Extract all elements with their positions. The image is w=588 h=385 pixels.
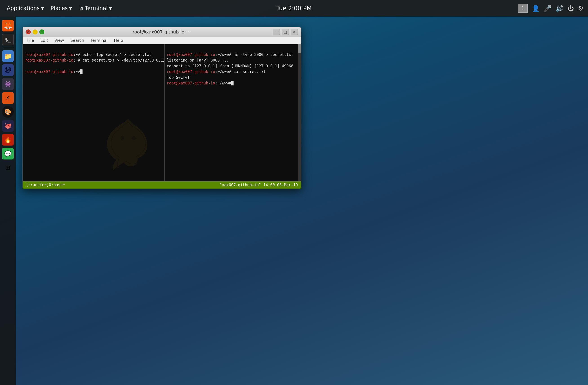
settings-icon[interactable]: ⚙: [578, 5, 584, 12]
scrollbar-thumb[interactable]: [298, 44, 301, 53]
menu-view[interactable]: View: [52, 37, 67, 43]
dock-icon-terminal[interactable]: $_: [2, 34, 14, 45]
left-pane-content: root@xax007-github-io:~# echo 'Top Secre…: [25, 46, 162, 81]
orange-icon: ⚡: [6, 95, 10, 101]
left-path-1: :~# echo 'Top Secret' > secret.txt: [73, 52, 151, 57]
right-pane-content: root@xax007-github-io:~/www# nc -lvnp 80…: [167, 46, 295, 92]
terminal-statusbar: [transfer]0:bash* "xax007-github-io" 14:…: [23, 181, 301, 188]
dock-icon-files[interactable]: 📁: [2, 50, 14, 62]
terminal-menu[interactable]: 🖥 Terminal ▼: [76, 4, 114, 13]
left-prompt-3: root@xax007-github-io: [25, 69, 73, 74]
dock-icon-mumble[interactable]: Ⓜ: [2, 64, 14, 76]
power-icon[interactable]: ⏻: [567, 5, 574, 12]
dock-icon-orange[interactable]: ⚡: [2, 92, 14, 104]
menu-search[interactable]: Search: [68, 37, 87, 43]
applications-arrow-icon: ▼: [41, 6, 44, 11]
tool-icon: 🐙: [4, 122, 11, 129]
right-prompt-1: root@xax007-github-io: [167, 52, 215, 57]
terminal-window: ✕ – □ root@xax007-github-io: ~ ─ □ ✕ Fil…: [22, 27, 301, 189]
right-cursor: [231, 81, 233, 85]
statusbar-left: [transfer]0:bash*: [26, 182, 65, 187]
user-icon[interactable]: 👤: [532, 5, 540, 12]
right-pane-container: root@xax007-github-io:~/www# nc -lvnp 80…: [164, 44, 301, 181]
terminal-pane-left[interactable]: root@xax007-github-io:~# echo 'Top Secre…: [23, 44, 164, 181]
dock-icon-tool[interactable]: 🐙: [2, 120, 14, 132]
dock-icon-red[interactable]: 🔥: [2, 134, 14, 145]
terminal-content: root@xax007-github-io:~# echo 'Top Secre…: [23, 44, 301, 181]
dock-icon-grid[interactable]: ⊞: [2, 162, 14, 173]
menu-help[interactable]: Help: [111, 37, 126, 43]
left-cursor: [80, 69, 83, 74]
terminal-pane-right[interactable]: root@xax007-github-io:~/www# nc -lvnp 80…: [164, 44, 298, 181]
terminal-window-controls-right: ─ □ ✕: [273, 29, 298, 35]
terminal-arrow-icon: ▼: [109, 6, 112, 11]
places-arrow-icon: ▼: [69, 6, 72, 11]
right-prompt-3: root@xax007-github-io: [167, 81, 215, 85]
places-menu[interactable]: Places ▼: [48, 4, 74, 13]
window-close-btn[interactable]: ✕: [291, 29, 298, 35]
dock-icon-firefox[interactable]: 🦊: [2, 20, 14, 31]
left-prompt-2: root@xax007-github-io: [25, 58, 73, 62]
right-prompt-2: root@xax007-github-io: [167, 69, 215, 74]
terminal-scrollbar[interactable]: [298, 44, 301, 181]
workspace-badge[interactable]: 1: [518, 4, 528, 13]
applications-label: Applications: [7, 5, 40, 11]
anime-icon: 👾: [4, 81, 11, 87]
volume-icon[interactable]: 🔊: [556, 5, 564, 12]
grid-icon: ⊞: [5, 164, 10, 171]
left-path-3: :~#: [73, 69, 80, 74]
dock-icon-colors[interactable]: 🎨: [2, 106, 14, 118]
top-panel: Applications ▼ Places ▼ 🖥 Terminal ▼ Tue…: [0, 0, 588, 17]
terminal-label: Terminal: [85, 5, 108, 11]
places-label: Places: [51, 5, 68, 11]
right-cmd-2: :~/www# cat secret.txt: [215, 69, 266, 74]
terminal-dock-icon: $_: [5, 37, 11, 42]
menu-file[interactable]: File: [24, 37, 37, 43]
chat-icon: 💬: [4, 150, 11, 157]
statusbar-right: "xax007-github-io" 14:00 05-Mar-19: [220, 182, 298, 187]
left-prompt-1: root@xax007-github-io: [25, 52, 73, 57]
dock-icon-chat[interactable]: 💬: [2, 148, 14, 160]
window-minimize-btn[interactable]: ─: [273, 29, 280, 35]
kali-watermark: [97, 116, 160, 175]
right-line-3: connect to [127.0.0.1] from (UNKNOWN) [1…: [167, 64, 293, 68]
workspace-number: 1: [521, 5, 525, 11]
dock-icon-anime[interactable]: 👾: [2, 78, 14, 90]
applications-menu[interactable]: Applications ▼: [4, 4, 46, 13]
menu-terminal[interactable]: Terminal: [88, 37, 110, 43]
datetime-display: Tue 2:00 PM: [276, 5, 312, 12]
right-cmd-1: :~/www# nc -lvnp 8000 > secret.txt: [215, 52, 293, 57]
dock-icon-separator: [3, 48, 13, 48]
terminal-window-title: root@xax007-github-io: ~: [133, 29, 191, 35]
maximize-button[interactable]: □: [39, 29, 44, 34]
left-path-2: :~# cat secret.txt > /dev/tcp/127.0.0.1/…: [73, 58, 164, 62]
terminal-icon: 🖥: [79, 6, 84, 11]
right-path-3: :~/www#: [215, 81, 231, 85]
colors-icon: 🎨: [4, 108, 11, 115]
datetime-text: Tue 2:00 PM: [276, 5, 312, 12]
firefox-icon: 🦊: [4, 22, 12, 30]
right-line-5: Top Secret: [167, 75, 190, 80]
microphone-icon[interactable]: 🎤: [544, 5, 552, 12]
mumble-icon: Ⓜ: [5, 66, 11, 74]
right-line-2: listening on [any] 8000 ...: [167, 58, 229, 62]
svg-point-0: [121, 136, 124, 140]
terminal-titlebar: ✕ – □ root@xax007-github-io: ~ ─ □ ✕: [23, 27, 301, 37]
close-button[interactable]: ✕: [26, 29, 31, 34]
terminal-window-buttons: ✕ – □: [26, 29, 44, 34]
svg-point-1: [132, 136, 136, 140]
menu-edit[interactable]: Edit: [38, 37, 51, 43]
top-panel-left: Applications ▼ Places ▼ 🖥 Terminal ▼: [4, 4, 114, 13]
terminal-menubar: File Edit View Search Terminal Help: [23, 37, 301, 44]
files-icon: 📁: [4, 53, 12, 60]
window-restore-btn[interactable]: □: [282, 29, 289, 35]
red-icon: 🔥: [4, 136, 11, 143]
left-dock: 🦊 $_ 📁 Ⓜ 👾 ⚡ 🎨 🐙 🔥 💬 ⊞: [0, 17, 16, 385]
minimize-button[interactable]: –: [33, 29, 38, 34]
top-panel-right: 1 👤 🎤 🔊 ⏻ ⚙: [518, 4, 584, 13]
